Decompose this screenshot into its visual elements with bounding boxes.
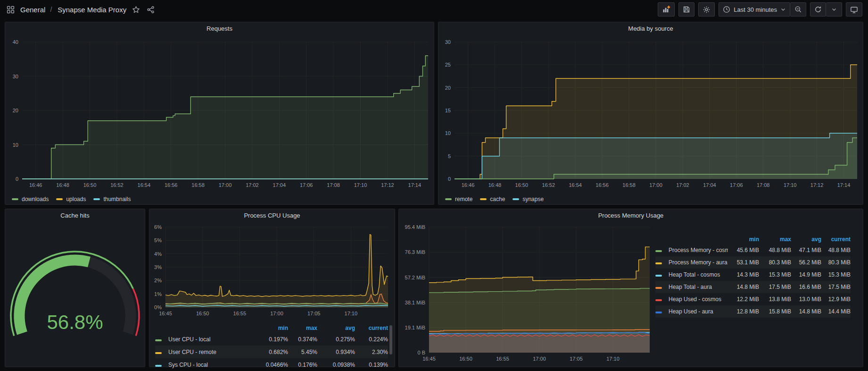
legend-item-uploads[interactable]: uploads [56,196,86,202]
navbar: General / Synapse Media Proxy [0,0,868,19]
legend-value-avg: 16.6 MiB [791,284,821,290]
panel-title-cache-hits[interactable]: Cache hits [5,209,145,222]
media-by-source-chart[interactable]: 16:4616:4816:5016:5216:5416:5616:5817:00… [438,35,863,193]
breadcrumb-separator: / [50,6,52,13]
svg-text:3%: 3% [154,264,162,270]
legend-label: synapse [522,196,544,202]
legend-value-max: 80.3 MiB [759,259,791,266]
dashboard-settings-button[interactable] [698,2,715,17]
panel-requests: Requests 16:4616:4816:5016:5216:5416:561… [5,22,434,205]
legend-col-avg[interactable]: avg [317,325,355,331]
requests-legend: downloadsuploadsthumbnails [5,193,434,205]
series-color-icon [655,299,662,301]
legend-col-avg[interactable]: avg [791,236,821,243]
legend-row[interactable]: Heap Total - aura14.8 MiB17.5 MiB16.6 Mi… [655,281,851,293]
svg-text:17:14: 17:14 [837,182,851,188]
legend-row[interactable]: Heap Used - aura12.8 MiB15.8 MiB14.8 MiB… [655,305,851,318]
time-range-label: Last 30 minutes [734,6,777,13]
legend-label: uploads [66,196,86,202]
legend-col-min[interactable]: min [251,325,288,331]
add-panel-button[interactable] [658,2,675,17]
legend-value-current: 0.224% [355,336,388,343]
svg-text:16:56: 16:56 [595,182,609,188]
legend-item-cache[interactable]: cache [480,196,505,202]
svg-text:17:10: 17:10 [354,182,367,188]
series-color-icon [480,198,487,200]
share-dashboard-button[interactable] [146,5,156,15]
legend-item-downloads[interactable]: downloads [12,196,49,202]
svg-text:0: 0 [448,176,451,182]
series-color-icon [655,312,662,313]
svg-text:17:00: 17:00 [649,182,662,188]
svg-text:30: 30 [13,74,18,79]
svg-text:16:45: 16:45 [422,356,436,362]
legend-value-max: 17.5 MiB [759,284,791,290]
panel-title-process-memory[interactable]: Process Memory Usage [399,209,863,222]
legend-item-synapse[interactable]: synapse [513,196,544,202]
legend-row[interactable]: Sys CPU - local0.0466%0.176%0.0938%0.139… [155,358,388,371]
series-color-icon [655,250,662,252]
legend-col-min[interactable]: min [728,236,759,243]
process-cpu-chart[interactable]: 16:4516:5016:5517:0017:0517:100%1%2%3%4%… [149,222,395,321]
favorite-star-button[interactable] [131,5,141,15]
legend-row[interactable]: User CPU - remote0.682%5.45%0.934%2.30% [155,346,388,358]
legend-scrollbar[interactable] [389,325,392,354]
legend-row[interactable]: Heap Total - cosmos14.3 MiB15.3 MiB14.9 … [655,269,851,281]
legend-value-min: 12.2 MiB [728,296,759,303]
panel-title-media-by-source[interactable]: Media by source [438,22,863,35]
time-range-picker[interactable]: Last 30 minutes [719,2,790,17]
grafana-dashboard: General / Synapse Media Proxy [0,0,868,371]
legend-series-label: Heap Used - aura [669,308,728,315]
svg-text:17:00: 17:00 [219,182,232,188]
legend-label: remote [455,196,472,202]
panel-process-memory: Process Memory Usage 16:4516:5016:5517:0… [398,209,863,367]
legend-item-thumbnails[interactable]: thumbnails [93,196,131,202]
legend-series-label: Process Memory - aura [669,259,728,266]
svg-text:16:50: 16:50 [515,182,529,188]
series-color-icon [655,275,662,277]
legend-value-min: 12.8 MiB [728,308,759,315]
legend-col-current[interactable]: current [355,325,388,331]
save-icon [683,6,690,13]
toolbar: Last 30 minutes [658,2,862,17]
refresh-button[interactable] [810,2,826,17]
panel-title-process-cpu[interactable]: Process CPU Usage [149,209,395,222]
legend-value-max: 48.8 MiB [759,247,791,253]
legend-item-remote[interactable]: remote [445,196,472,202]
process-memory-chart[interactable]: 16:4516:5016:5517:0017:0517:100 B19.1 Mi… [399,222,653,367]
legend-col-current[interactable]: current [821,236,851,243]
svg-text:17:04: 17:04 [273,182,286,188]
refresh-interval-button[interactable] [826,2,842,17]
zoom-out-button[interactable] [790,2,806,17]
svg-text:16:52: 16:52 [110,182,124,188]
legend-row[interactable]: User CPU - local0.197%0.374%0.275%0.224% [155,333,388,346]
svg-text:16:54: 16:54 [138,182,151,188]
legend-row[interactable]: Process Memory - aura53.1 MiB80.3 MiB56.… [655,256,851,269]
breadcrumb-folder[interactable]: General [20,6,45,14]
legend-series-label: Heap Total - cosmos [669,271,728,278]
clock-icon [723,6,730,13]
share-icon [147,6,155,14]
dashboards-grid-icon[interactable] [6,5,16,15]
legend-row[interactable]: Process Memory - cosmos45.6 MiB48.8 MiB4… [655,244,851,256]
legend-value-avg: 14.8 MiB [791,308,821,315]
series-color-icon [155,352,162,354]
process-memory-legend-wrap: minmaxavgcurrentProcess Memory - cosmos4… [653,222,863,367]
svg-text:16:48: 16:48 [488,182,502,188]
svg-text:57.2 MiB: 57.2 MiB [405,275,425,280]
legend-value-current: 14.4 MiB [821,308,851,315]
legend-series-label: User CPU - local [168,336,251,343]
requests-chart[interactable]: 16:4616:4816:5016:5216:5416:5616:5817:00… [5,35,434,193]
legend-value-avg: 0.0938% [317,362,355,368]
svg-text:17:06: 17:06 [730,182,743,188]
legend-row[interactable]: Heap Used - cosmos12.2 MiB13.8 MiB13.0 M… [655,293,851,305]
svg-text:4%: 4% [154,251,162,257]
save-dashboard-button[interactable] [678,2,694,17]
legend-value-max: 5.45% [288,349,317,355]
svg-text:17:08: 17:08 [327,182,340,188]
cycle-view-mode-button[interactable] [846,2,862,17]
panel-title-requests[interactable]: Requests [5,22,434,35]
svg-text:17:05: 17:05 [570,356,583,362]
legend-col-max[interactable]: max [759,236,791,243]
legend-col-max[interactable]: max [288,325,317,331]
